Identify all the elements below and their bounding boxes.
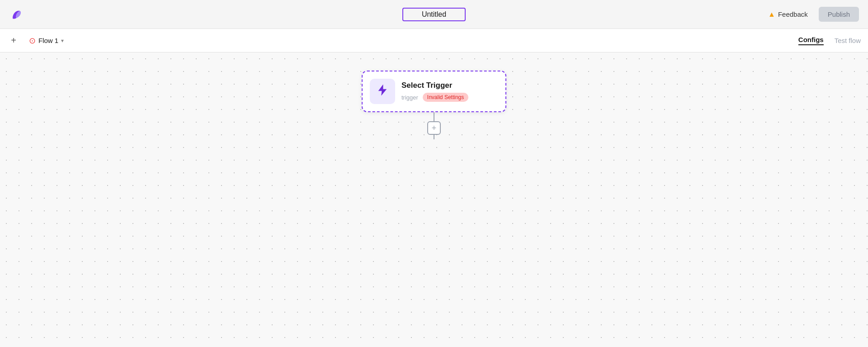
flow-tab-label: Flow 1 [38, 37, 58, 44]
node-icon-wrap [370, 79, 395, 104]
header: ▲ Feedback Publish [0, 0, 868, 29]
add-flow-button[interactable]: + [7, 34, 20, 47]
flow-error-icon: ⊙ [29, 36, 36, 46]
logo [9, 7, 24, 22]
feedback-icon: ▲ [768, 10, 775, 19]
trigger-icon [376, 84, 389, 100]
node-title: Select Trigger [401, 81, 498, 90]
header-center [402, 8, 466, 21]
test-flow-tab[interactable]: Test flow [835, 37, 861, 44]
tab-bar: + ⊙ Flow 1 ▾ Configs Test flow [0, 29, 868, 52]
tab-bar-left: + ⊙ Flow 1 ▾ [7, 34, 67, 48]
feedback-label: Feedback [778, 10, 808, 18]
node-info: Select Trigger trigger Invalid Settings [401, 81, 498, 102]
node-status-badge: Invalid Settings [423, 93, 468, 102]
node-connector: + [427, 112, 441, 139]
header-right: ▲ Feedback Publish [763, 7, 859, 22]
flow-title-input[interactable] [402, 8, 466, 21]
connector-line-bottom [434, 135, 434, 139]
tab-bar-right: Configs Test flow [798, 36, 861, 45]
trigger-node[interactable]: Select Trigger trigger Invalid Settings [362, 71, 506, 112]
configs-tab[interactable]: Configs [798, 36, 824, 45]
add-node-button[interactable]: + [427, 121, 441, 135]
app-logo-icon [9, 7, 24, 22]
node-type: trigger [401, 94, 418, 101]
flow-node-wrapper: Select Trigger trigger Invalid Settings … [362, 71, 506, 139]
feedback-button[interactable]: ▲ Feedback [763, 7, 813, 22]
flow-dropdown-icon: ▾ [61, 38, 64, 44]
flow-canvas: Select Trigger trigger Invalid Settings … [0, 52, 868, 347]
connector-line-top [434, 112, 434, 121]
publish-button[interactable]: Publish [819, 7, 859, 22]
flow-tab[interactable]: ⊙ Flow 1 ▾ [25, 34, 67, 48]
node-meta: trigger Invalid Settings [401, 93, 498, 102]
